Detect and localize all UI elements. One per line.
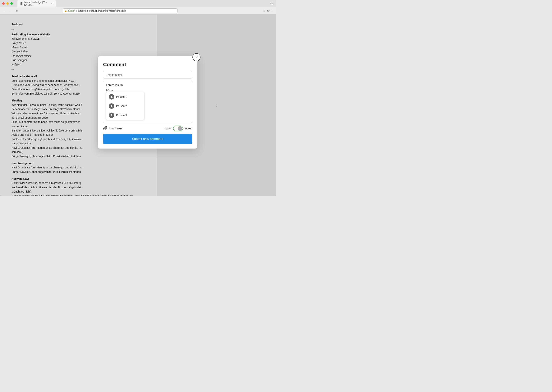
url-protocol: Sicher (68, 10, 75, 12)
browser-window: interactiondesign | The GNOM… ✕ Nils ← →… (0, 0, 276, 196)
public-label: Public (185, 127, 192, 130)
svg-point-2 (111, 114, 112, 115)
browser-tab[interactable]: interactiondesign | The GNOM… ✕ (17, 0, 56, 7)
attachment-button[interactable]: Attachment (103, 126, 123, 131)
close-button[interactable] (2, 2, 5, 5)
person-name-1: Person 1 (116, 95, 127, 98)
dialog-close-button[interactable]: ✕ (192, 53, 201, 61)
private-label: Private (163, 127, 171, 130)
person-item-3[interactable]: Person 3 (106, 111, 144, 120)
person-item-1[interactable]: Person 1 (106, 92, 144, 101)
address-bar[interactable]: 🔒 Sicher | https://etherpad.gnome.org/p/… (63, 8, 178, 14)
forward-button[interactable]: → (8, 9, 13, 13)
comment-dialog: ✕ Comment Lorem Ipsum @ .... (98, 56, 197, 148)
dialog-overlay: ✕ Comment Lorem Ipsum @ .... (0, 14, 276, 196)
address-bar-row: ← → ↻ 🔒 Sicher | https://etherpad.gnome.… (0, 7, 276, 14)
url-text: https://etherpad.gnome.org/p/interaction… (78, 10, 126, 12)
person-avatar-3 (109, 112, 114, 118)
content-area: Protokoll --- Re-Briefing Backwerk Websi… (0, 14, 276, 196)
attachment-label: Attachment (109, 127, 123, 130)
bookmark-icon[interactable]: ☆ (263, 9, 265, 13)
privacy-toggle[interactable] (173, 126, 183, 131)
url-separator: | (76, 10, 77, 12)
maximize-button[interactable] (10, 2, 13, 5)
dialog-title: Comment (103, 62, 192, 68)
textarea-content: Lorem Ipsum (106, 83, 189, 86)
privacy-control: Private Public (163, 126, 192, 131)
tab-title: interactiondesign | The GNOM… (24, 1, 49, 6)
toggle-knob (178, 126, 182, 131)
reload-button[interactable]: ↻ (15, 9, 19, 13)
close-icon: ✕ (195, 55, 198, 59)
address-bar-actions: ☆ f? ⋮ (263, 9, 274, 13)
lock-icon: 🔒 (64, 10, 67, 12)
user-name: Nils (270, 2, 274, 5)
person-name-3: Person 3 (116, 114, 127, 117)
more-menu-icon[interactable]: ⋮ (271, 9, 274, 13)
mention-dropdown: Person 1 Person 2 (106, 92, 144, 120)
comment-title-input[interactable] (103, 71, 192, 78)
submit-comment-button[interactable]: Submit new comment (103, 134, 192, 144)
tab-close-icon[interactable]: ✕ (51, 2, 53, 5)
minimize-button[interactable] (6, 2, 9, 5)
traffic-lights (2, 2, 13, 5)
person-avatar-2 (109, 103, 114, 109)
tab-favicon (21, 2, 22, 5)
person-item-2[interactable]: Person 2 (106, 101, 144, 111)
paperclip-icon (103, 126, 107, 131)
tab-bar: interactiondesign | The GNOM… ✕ (17, 0, 268, 7)
svg-point-0 (111, 96, 112, 97)
person-name-2: Person 2 (116, 105, 127, 108)
back-button[interactable]: ← (2, 9, 7, 13)
font-menu-icon[interactable]: f? (267, 9, 269, 13)
title-bar: interactiondesign | The GNOM… ✕ Nils (0, 0, 276, 7)
svg-point-1 (111, 105, 112, 106)
person-avatar-1 (109, 94, 114, 99)
comment-body-area[interactable]: Lorem Ipsum @ .... Person 1 (103, 81, 192, 123)
mention-at-text: @ .... (106, 88, 189, 91)
dialog-bottom-row: Attachment Private Public (103, 126, 192, 131)
